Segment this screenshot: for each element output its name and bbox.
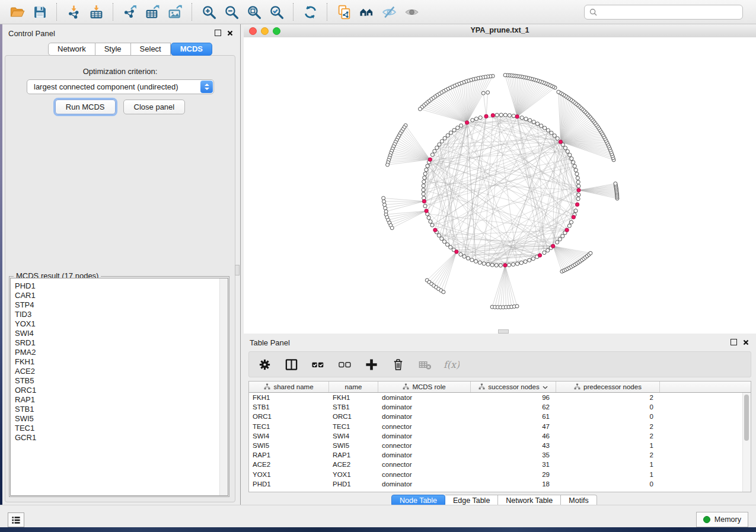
mcds-result-item[interactable]: SWI5	[11, 414, 228, 424]
network-leaf-node[interactable]	[481, 91, 485, 95]
cell-predecessor-nodes[interactable]: 1	[556, 471, 660, 478]
table-row[interactable]: TEC1TEC1connector472	[249, 422, 751, 431]
cell-mcds-role[interactable]: connector	[378, 442, 471, 449]
cell-shared-name[interactable]: PHD1	[249, 480, 329, 488]
table-row[interactable]: SWI4SWI4dominator462	[249, 431, 751, 441]
table-settings-gear-button[interactable]	[256, 356, 273, 373]
network-leaf-node[interactable]	[442, 290, 445, 294]
cell-shared-name[interactable]: FKH1	[249, 394, 329, 401]
network-node[interactable]	[474, 117, 478, 121]
network-node[interactable]	[546, 129, 550, 132]
table-scrollbar-thumb[interactable]	[744, 395, 749, 441]
mcds-result-item[interactable]: STB5	[11, 376, 228, 386]
cell-name[interactable]: TEC1	[329, 423, 378, 430]
network-node[interactable]	[576, 197, 580, 201]
mcds-result-item[interactable]: TEC1	[11, 424, 228, 433]
network-node[interactable]	[528, 258, 531, 262]
cell-shared-name[interactable]: YOX1	[249, 471, 329, 478]
close-window-button[interactable]	[249, 27, 257, 35]
network-dominator-node[interactable]	[551, 244, 555, 248]
column-header-MCDS-role[interactable]: MCDS role	[378, 382, 471, 392]
network-node[interactable]	[423, 172, 427, 175]
network-canvas[interactable]	[244, 37, 756, 334]
network-leaf-node[interactable]	[515, 305, 519, 308]
first-neighbors-button[interactable]	[355, 2, 378, 22]
cell-predecessor-nodes[interactable]: 0	[556, 413, 660, 420]
zoom-selected-button[interactable]	[265, 2, 288, 22]
mcds-result-item[interactable]: SWI4	[11, 329, 228, 338]
show-all-button[interactable]	[400, 2, 423, 22]
network-leaf-node[interactable]	[503, 73, 507, 77]
cell-successor-nodes[interactable]: 18	[471, 480, 556, 488]
network-node[interactable]	[449, 131, 452, 134]
optimization-criterion-select[interactable]: largest connected component (undirected)	[27, 79, 214, 94]
network-node[interactable]	[471, 118, 474, 122]
cell-name[interactable]: PHD1	[329, 480, 378, 488]
network-node[interactable]	[499, 264, 502, 267]
network-node[interactable]	[531, 257, 535, 261]
export-table-button[interactable]	[141, 2, 164, 22]
cell-name[interactable]: STB1	[329, 403, 378, 411]
network-dominator-node[interactable]	[559, 140, 562, 143]
network-node[interactable]	[543, 251, 546, 254]
table-row[interactable]: YOX1YOX1connector291	[249, 470, 751, 479]
network-node[interactable]	[459, 252, 462, 256]
save-session-button[interactable]	[28, 2, 51, 22]
cell-predecessor-nodes[interactable]: 2	[556, 451, 660, 459]
network-node[interactable]	[435, 146, 439, 149]
network-node[interactable]	[575, 172, 579, 176]
zoom-in-button[interactable]	[197, 2, 220, 22]
cell-successor-nodes[interactable]: 96	[471, 394, 556, 401]
network-node[interactable]	[478, 261, 481, 264]
network-leaf-node[interactable]	[419, 107, 422, 111]
cell-mcds-role[interactable]: dominator	[378, 394, 471, 401]
network-node[interactable]	[543, 126, 547, 130]
mcds-result-item[interactable]: GCR1	[11, 433, 228, 443]
network-leaf-node[interactable]	[382, 196, 385, 200]
network-dominator-node[interactable]	[503, 264, 507, 267]
network-node[interactable]	[577, 184, 580, 188]
network-node[interactable]	[576, 180, 580, 184]
network-node[interactable]	[466, 257, 470, 260]
show-all-columns-button[interactable]	[310, 356, 326, 373]
tab-select[interactable]: Select	[131, 43, 171, 56]
network-node[interactable]	[515, 262, 519, 265]
cell-name[interactable]: FKH1	[329, 394, 378, 401]
mcds-result-item[interactable]: YOX1	[11, 319, 228, 329]
copy-network-button[interactable]	[333, 2, 355, 22]
network-leaf-node[interactable]	[384, 210, 388, 213]
cell-shared-name[interactable]: TEC1	[249, 423, 329, 430]
mcds-result-item[interactable]: STP4	[11, 300, 228, 310]
table-row[interactable]: SWI5SWI5connector431	[249, 441, 751, 450]
network-dominator-node[interactable]	[577, 188, 580, 192]
network-node[interactable]	[567, 224, 571, 227]
column-header-successor-nodes[interactable]: successor nodes	[471, 382, 556, 392]
memory-button[interactable]: Memory	[696, 512, 748, 527]
hide-all-columns-button[interactable]	[336, 356, 353, 373]
network-graph[interactable]	[244, 37, 756, 334]
cell-successor-nodes[interactable]: 29	[471, 471, 556, 478]
cell-predecessor-nodes[interactable]: 2	[556, 432, 660, 440]
network-leaf-node[interactable]	[384, 206, 387, 210]
network-node[interactable]	[495, 113, 499, 117]
network-node[interactable]	[430, 223, 434, 227]
network-dominator-node[interactable]	[425, 209, 428, 213]
cell-mcds-role[interactable]: connector	[378, 423, 471, 430]
cell-shared-name[interactable]: ORC1	[249, 413, 329, 420]
network-node[interactable]	[569, 220, 573, 224]
table-row[interactable]: ORC1ORC1dominator610	[249, 412, 751, 421]
network-node[interactable]	[561, 234, 564, 238]
cell-predecessor-nodes[interactable]: 1	[556, 442, 660, 449]
cell-shared-name[interactable]: RAP1	[249, 451, 329, 459]
mcds-result-list[interactable]: PHD1CAR1STP4TID3YOX1SWI4SRD1PMA2FKH1ACE2…	[10, 278, 228, 496]
open-session-button[interactable]	[6, 2, 28, 22]
network-dominator-node[interactable]	[565, 228, 569, 232]
refresh-view-button[interactable]	[299, 2, 321, 22]
cell-shared-name[interactable]: SWI4	[249, 432, 329, 440]
search-box[interactable]	[584, 5, 743, 20]
mcds-result-item[interactable]: PHD1	[11, 281, 228, 291]
network-dominator-node[interactable]	[455, 250, 458, 254]
mcds-result-item[interactable]: CAR1	[11, 291, 228, 300]
network-node[interactable]	[486, 262, 490, 266]
cell-name[interactable]: YOX1	[329, 471, 378, 478]
